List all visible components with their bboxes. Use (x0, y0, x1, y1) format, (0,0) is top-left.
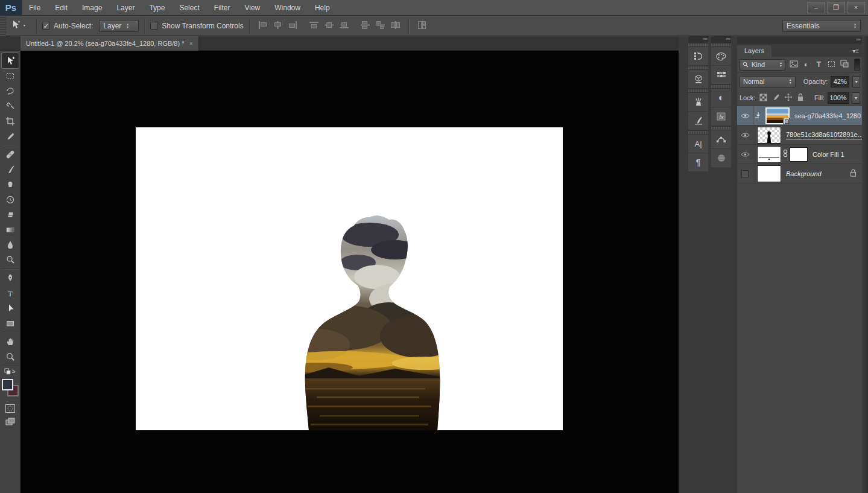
tool-move-button[interactable] (2, 53, 19, 68)
history-panel-button[interactable] (688, 47, 708, 66)
align-top-edges-icon[interactable] (309, 21, 319, 31)
tool-type-button[interactable]: T (2, 285, 19, 301)
layer-row-color-fill[interactable]: Color Fill 1 (737, 145, 863, 164)
panel-grip[interactable] (688, 89, 708, 93)
panel-grip[interactable] (688, 43, 708, 47)
menu-help[interactable]: Help (308, 0, 337, 16)
tool-path-selection-button[interactable] (2, 301, 19, 316)
filter-kind-dropdown[interactable]: Kind ▲▼ (740, 59, 785, 71)
distribute-right-icon[interactable] (390, 21, 401, 31)
tool-clone-stamp-button[interactable] (2, 177, 19, 192)
menu-window[interactable]: Window (267, 0, 308, 16)
swatches-panel-button[interactable] (711, 66, 731, 84)
tool-shape-button[interactable] (2, 316, 19, 331)
tool-eraser-button[interactable] (2, 207, 19, 222)
panel-grip[interactable] (688, 66, 708, 70)
tool-lasso-button[interactable] (2, 83, 19, 98)
visibility-toggle[interactable] (737, 145, 753, 164)
menu-file[interactable]: File (22, 0, 48, 16)
character-panel-button[interactable]: A| (688, 135, 708, 153)
lock-pixels-icon[interactable] (771, 94, 780, 103)
align-horizontal-centers-icon[interactable] (273, 21, 283, 31)
tool-eyedropper-button[interactable] (2, 129, 19, 144)
paths-panel-button[interactable] (711, 130, 731, 149)
type-layer-filter-icon[interactable]: T (814, 60, 823, 69)
layer-thumbnail[interactable] (765, 107, 790, 124)
distribute-left-icon[interactable] (360, 21, 370, 31)
auto-select-target-dropdown[interactable]: Layer ▲▼ (99, 20, 139, 32)
menu-image[interactable]: Image (75, 0, 109, 16)
visibility-toggle[interactable] (737, 126, 753, 145)
auto-select-checkbox[interactable]: ✓ (42, 22, 50, 30)
panel-grip[interactable] (711, 126, 731, 130)
document-workspace[interactable] (21, 51, 679, 493)
menu-edit[interactable]: Edit (48, 0, 75, 16)
quick-mask-button[interactable] (4, 403, 17, 414)
document-tab[interactable]: Untitled-1 @ 20.2% (sea-g70a433fe4_1280,… (21, 36, 199, 51)
tool-dodge-button[interactable] (2, 252, 19, 267)
tool-marquee-button[interactable] (2, 68, 19, 83)
minimize-button[interactable]: – (807, 2, 825, 13)
menu-layer[interactable]: Layer (109, 0, 142, 16)
auto-align-layers-icon[interactable] (417, 21, 427, 31)
tool-hand-button[interactable] (2, 334, 19, 349)
tool-history-brush-button[interactable] (2, 192, 19, 207)
workspace-dropdown[interactable]: Essentials ▲▼ (782, 20, 861, 32)
properties-panel-button[interactable] (688, 70, 708, 89)
align-left-edges-icon[interactable] (258, 21, 268, 31)
tool-brush-button[interactable] (2, 162, 19, 177)
fill-layer-thumbnail[interactable] (757, 146, 781, 163)
tool-healing-brush-button[interactable] (2, 147, 19, 162)
layer-name[interactable]: Color Fill 1 (813, 151, 844, 158)
panel-grip[interactable] (711, 84, 731, 89)
layer-name[interactable]: 780e51c3d8a610f2891e... (786, 131, 868, 139)
layer-row-sea[interactable]: sea-g70a433fe4_1280 (737, 106, 863, 126)
menu-filter[interactable]: Filter (207, 0, 238, 16)
collapse-panels-icon[interactable]: «« (711, 36, 731, 43)
adjustment-layer-filter-icon[interactable]: ◐ (802, 60, 811, 69)
default-swap-colors-widget[interactable] (4, 367, 17, 378)
3d-panel-button[interactable] (711, 149, 731, 168)
layer-mask-thumbnail[interactable] (790, 147, 808, 162)
opacity-dropdown-icon[interactable]: ▼ (852, 76, 860, 87)
brush-settings-panel-button[interactable] (688, 112, 708, 130)
opacity-value[interactable]: 42% (831, 76, 849, 87)
tool-zoom-button[interactable] (2, 349, 19, 364)
lock-position-icon[interactable] (784, 93, 793, 103)
brush-presets-panel-button[interactable] (688, 93, 708, 112)
tab-layers[interactable]: Layers (737, 45, 771, 57)
panel-menu-icon[interactable]: ▾≡ (852, 45, 859, 57)
menu-type[interactable]: Type (142, 0, 172, 16)
smart-object-filter-icon[interactable] (840, 60, 849, 69)
tool-gradient-button[interactable] (2, 222, 19, 237)
tool-preset-caret-icon[interactable]: ▼ (23, 24, 26, 27)
adjustments-panel-button[interactable]: ◐ (711, 89, 731, 107)
canvas[interactable] (136, 127, 563, 430)
layer-name[interactable]: sea-g70a433fe4_1280 (794, 112, 861, 119)
align-right-edges-icon[interactable] (288, 21, 298, 31)
hidden-eye-box[interactable] (741, 170, 749, 177)
show-transform-checkbox[interactable] (150, 22, 158, 30)
blend-mode-dropdown[interactable]: Normal ▲▼ (740, 76, 796, 87)
menu-view[interactable]: View (237, 0, 267, 16)
lock-all-icon[interactable] (797, 93, 804, 103)
panel-grip[interactable] (688, 130, 708, 135)
fill-value[interactable]: 100% (828, 92, 849, 104)
layer-filter-toggle[interactable] (854, 59, 860, 71)
fill-dropdown-icon[interactable]: ▼ (852, 92, 860, 104)
close-button[interactable]: × (847, 2, 865, 13)
tool-blur-button[interactable] (2, 237, 19, 252)
mask-link-icon[interactable] (783, 149, 788, 159)
align-bottom-edges-icon[interactable] (339, 21, 349, 31)
paragraph-panel-button[interactable]: ¶ (688, 153, 708, 172)
foreground-color-swatch[interactable] (2, 379, 13, 390)
menu-select[interactable]: Select (172, 0, 206, 16)
color-panel-button[interactable] (711, 47, 731, 66)
layer-row-background[interactable]: Background (737, 164, 863, 183)
styles-panel-button[interactable]: fx (711, 107, 731, 126)
collapse-panels-icon[interactable]: «« (688, 36, 708, 43)
align-vertical-centers-icon[interactable] (324, 21, 334, 31)
tool-pen-button[interactable] (2, 270, 19, 285)
expand-panels-icon[interactable]: »» (737, 36, 863, 44)
layer-thumbnail[interactable] (757, 165, 781, 182)
